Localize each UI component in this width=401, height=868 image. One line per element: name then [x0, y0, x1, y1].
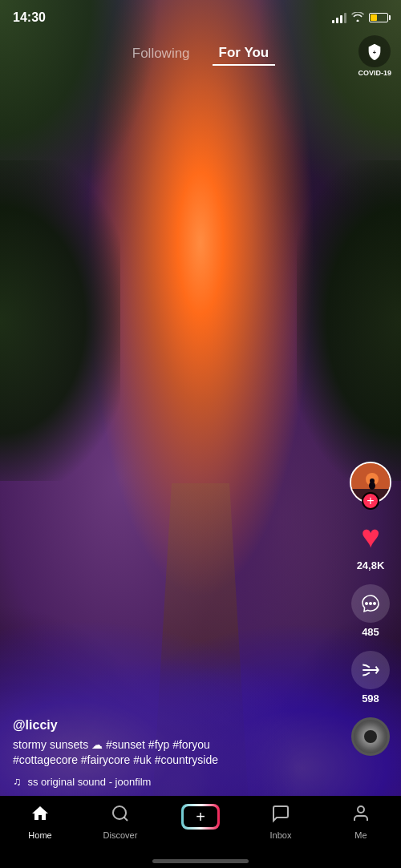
sound-bar[interactable]: ♫ ss original sound - joonfilm — [13, 775, 337, 788]
svg-point-9 — [113, 806, 126, 819]
sound-disc-inner — [364, 730, 377, 743]
music-note-icon: ♫ — [13, 775, 22, 788]
inbox-label: Inbox — [270, 830, 292, 840]
share-count: 598 — [362, 692, 379, 704]
username[interactable]: @licciy — [13, 718, 337, 733]
plus-icon: + — [184, 806, 217, 827]
right-actions: + ♥ 24,8K 485 598 — [350, 462, 391, 756]
sound-disc-item[interactable] — [351, 717, 390, 756]
me-label: Me — [354, 830, 367, 840]
battery-icon — [369, 13, 388, 22]
status-bar: 14:30 — [0, 0, 401, 35]
top-navigation: Following For You — [0, 35, 401, 72]
sound-name: ss original sound - joonfilm — [28, 776, 152, 788]
nav-item-create[interactable]: + — [176, 804, 225, 830]
discover-label: Discover — [103, 830, 138, 840]
discover-icon — [111, 804, 130, 828]
svg-text:+: + — [373, 49, 376, 56]
comment-count: 485 — [362, 626, 379, 638]
create-button[interactable]: + — [181, 804, 220, 830]
covid-badge[interactable]: + COVID-19 — [358, 35, 391, 77]
comment-button-item[interactable]: 485 — [351, 584, 390, 638]
like-button-item[interactable]: ♥ 24,8K — [350, 516, 391, 571]
foliage-mid-right — [297, 160, 401, 481]
nav-item-me[interactable]: Me — [337, 804, 385, 840]
post-content: @licciy stormy sunsets ☁ #sunset #fyp #f… — [13, 718, 337, 788]
foliage-mid-left — [0, 160, 120, 481]
caption: stormy sunsets ☁ #sunset #fyp #foryou #c… — [13, 737, 337, 769]
nav-item-discover[interactable]: Discover — [96, 804, 144, 840]
nav-item-inbox[interactable]: Inbox — [257, 804, 305, 840]
sound-disc — [351, 717, 390, 756]
like-button[interactable]: ♥ — [350, 516, 391, 556]
home-icon — [30, 804, 50, 828]
home-label: Home — [28, 830, 51, 840]
wifi-icon — [351, 11, 364, 24]
status-time: 14:30 — [13, 10, 46, 25]
svg-point-5 — [370, 478, 375, 483]
bottom-navigation: Home Discover + Inbox — [0, 796, 401, 868]
svg-point-8 — [373, 602, 376, 605]
share-button[interactable] — [351, 651, 390, 689]
tab-for-you[interactable]: For You — [213, 42, 276, 66]
home-indicator — [152, 859, 249, 863]
tab-following[interactable]: Following — [126, 42, 196, 65]
comment-button[interactable] — [351, 584, 390, 623]
avatar-wrap: + — [350, 462, 391, 503]
nav-item-home[interactable]: Home — [16, 804, 64, 840]
svg-point-7 — [369, 602, 372, 605]
covid-label: COVID-19 — [358, 69, 391, 77]
inbox-icon — [271, 804, 290, 828]
svg-point-10 — [358, 806, 364, 813]
me-icon — [351, 804, 371, 828]
follow-button[interactable]: + — [362, 492, 379, 510]
svg-point-6 — [365, 602, 368, 605]
like-count: 24,8K — [357, 559, 385, 571]
nav-tabs: Following For You — [126, 42, 275, 66]
share-button-item[interactable]: 598 — [351, 651, 390, 704]
heart-icon: ♥ — [361, 520, 380, 552]
signal-icon — [332, 12, 346, 23]
covid-shield-icon: + — [358, 35, 391, 67]
status-icons — [332, 11, 388, 24]
creator-avatar-item[interactable]: + — [350, 462, 391, 503]
